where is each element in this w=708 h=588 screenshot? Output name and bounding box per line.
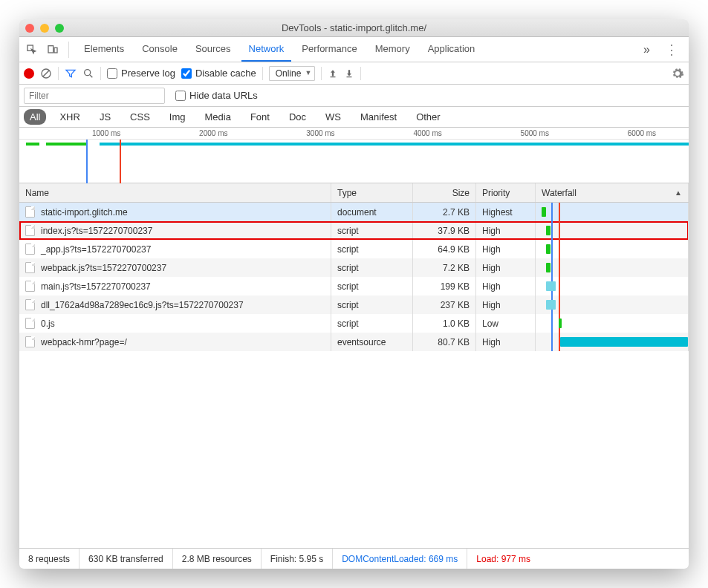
status-transferred: 630 KB transferred [79, 549, 173, 569]
tab-sources[interactable]: Sources [188, 37, 238, 62]
request-name: main.js?ts=1572270700237 [41, 281, 151, 292]
request-size: 199 KB [413, 277, 476, 295]
table-row[interactable]: main.js?ts=1572270700237script199 KBHigh [19, 277, 689, 295]
filter-manifest[interactable]: Manifest [354, 109, 403, 125]
table-row[interactable]: _app.js?ts=1572270700237script64.9 KBHig… [19, 240, 689, 258]
filter-img[interactable]: Img [163, 109, 192, 125]
svg-rect-8 [347, 76, 352, 77]
inspect-element-icon[interactable] [24, 42, 40, 58]
timeline-tick: 4000 ms [413, 129, 441, 137]
hide-data-urls-label: Hide data URLs [189, 90, 258, 101]
file-icon [25, 299, 35, 310]
col-size[interactable]: Size [413, 183, 476, 202]
filter-css[interactable]: CSS [124, 109, 156, 125]
file-icon [25, 336, 35, 347]
svg-rect-7 [331, 76, 336, 77]
upload-icon[interactable] [328, 68, 338, 79]
request-size: 80.7 KB [413, 333, 476, 351]
throttle-select[interactable]: Online [269, 66, 316, 81]
request-priority: Highest [476, 203, 536, 221]
table-row[interactable]: webpack-hmr?page=/eventsource80.7 KBHigh [19, 333, 689, 351]
svg-line-6 [90, 75, 92, 77]
request-size: 64.9 KB [413, 240, 476, 258]
filter-all[interactable]: All [24, 109, 46, 125]
status-bar: 8 requests 630 KB transferred 2.8 MB res… [19, 548, 689, 569]
waterfall-cell [536, 295, 689, 314]
status-finish: Finish: 5.95 s [262, 549, 333, 569]
file-icon [25, 244, 35, 255]
col-priority[interactable]: Priority [476, 183, 536, 202]
search-icon[interactable] [82, 68, 94, 79]
request-type: script [331, 221, 413, 240]
svg-rect-2 [54, 48, 57, 53]
filter-media[interactable]: Media [198, 109, 236, 125]
waterfall-cell [536, 203, 689, 221]
col-name[interactable]: Name [19, 183, 331, 202]
hide-data-urls-checkbox[interactable]: Hide data URLs [175, 90, 258, 101]
filter-ws[interactable]: WS [319, 109, 347, 125]
filter-doc[interactable]: Doc [283, 109, 312, 125]
timeline-tick: 2000 ms [199, 129, 227, 137]
waterfall-cell [536, 240, 689, 258]
request-type: document [331, 203, 413, 221]
table-row[interactable]: index.js?ts=1572270700237script37.9 KBHi… [19, 221, 689, 240]
tab-console[interactable]: Console [134, 37, 185, 62]
request-name: index.js?ts=1572270700237 [41, 226, 152, 236]
device-toolbar-icon[interactable] [45, 42, 61, 58]
timeline-tick: 1000 ms [92, 129, 120, 137]
svg-rect-1 [48, 45, 53, 52]
tab-memory[interactable]: Memory [368, 37, 418, 62]
more-tabs-icon[interactable]: » [636, 43, 657, 56]
request-name: 0.js [41, 318, 55, 329]
file-icon [25, 281, 35, 292]
tab-performance[interactable]: Performance [294, 37, 364, 62]
main-tabs: ElementsConsoleSourcesNetworkPerformance… [19, 37, 689, 62]
filter-input[interactable] [24, 88, 165, 104]
filter-icon[interactable] [65, 68, 77, 79]
filter-font[interactable]: Font [244, 109, 276, 125]
request-size: 2.7 KB [413, 203, 476, 221]
request-priority: High [476, 240, 536, 258]
kebab-menu-icon[interactable]: ⋮ [659, 42, 684, 58]
request-type: script [331, 295, 413, 314]
download-icon[interactable] [344, 68, 354, 79]
svg-point-5 [85, 69, 91, 75]
filter-xhr[interactable]: XHR [53, 109, 85, 125]
filter-other[interactable]: Other [410, 109, 446, 125]
record-button[interactable] [24, 68, 34, 79]
type-filter-bar: AllXHRJSCSSImgMediaFontDocWSManifestOthe… [19, 107, 689, 128]
request-type: script [331, 258, 413, 277]
col-type[interactable]: Type [331, 183, 413, 202]
request-priority: High [476, 258, 536, 277]
filter-js[interactable]: JS [94, 109, 117, 125]
request-priority: Low [476, 314, 536, 333]
tab-elements[interactable]: Elements [77, 37, 131, 62]
disable-cache-label: Disable cache [195, 68, 256, 79]
settings-icon[interactable] [671, 67, 684, 80]
clear-button[interactable] [40, 68, 52, 79]
tab-application[interactable]: Application [420, 37, 483, 62]
table-row[interactable]: 0.jsscript1.0 KBLow [19, 314, 689, 333]
network-toolbar: Preserve log Disable cache Online [19, 62, 689, 85]
table-row[interactable]: dll_1762a4d98a7289ec16c9.js?ts=157227070… [19, 295, 689, 314]
filter-bar: Hide data URLs [19, 85, 689, 107]
file-icon [25, 262, 35, 273]
preserve-log-checkbox[interactable]: Preserve log [107, 68, 175, 79]
request-name: dll_1762a4d98a7289ec16c9.js?ts=157227070… [41, 300, 244, 310]
window-title: DevTools - static-import.glitch.me/ [19, 22, 689, 33]
tab-network[interactable]: Network [241, 37, 292, 62]
status-load: Load: 977 ms [467, 549, 539, 569]
table-header[interactable]: Name Type Size Priority Waterfall▲ [19, 183, 689, 203]
request-size: 37.9 KB [413, 221, 476, 240]
table-row[interactable]: webpack.js?ts=1572270700237script7.2 KBH… [19, 258, 689, 277]
status-requests: 8 requests [19, 549, 79, 569]
table-row[interactable]: static-import.glitch.medocument2.7 KBHig… [19, 203, 689, 221]
col-waterfall[interactable]: Waterfall▲ [536, 183, 689, 202]
timeline-overview[interactable]: 1000 ms2000 ms3000 ms4000 ms5000 ms6000 … [19, 128, 689, 183]
waterfall-cell [536, 333, 689, 351]
disable-cache-checkbox[interactable]: Disable cache [181, 68, 256, 79]
request-type: script [331, 314, 413, 333]
file-icon [25, 206, 35, 218]
titlebar: DevTools - static-import.glitch.me/ [19, 19, 689, 37]
request-priority: High [476, 221, 536, 240]
